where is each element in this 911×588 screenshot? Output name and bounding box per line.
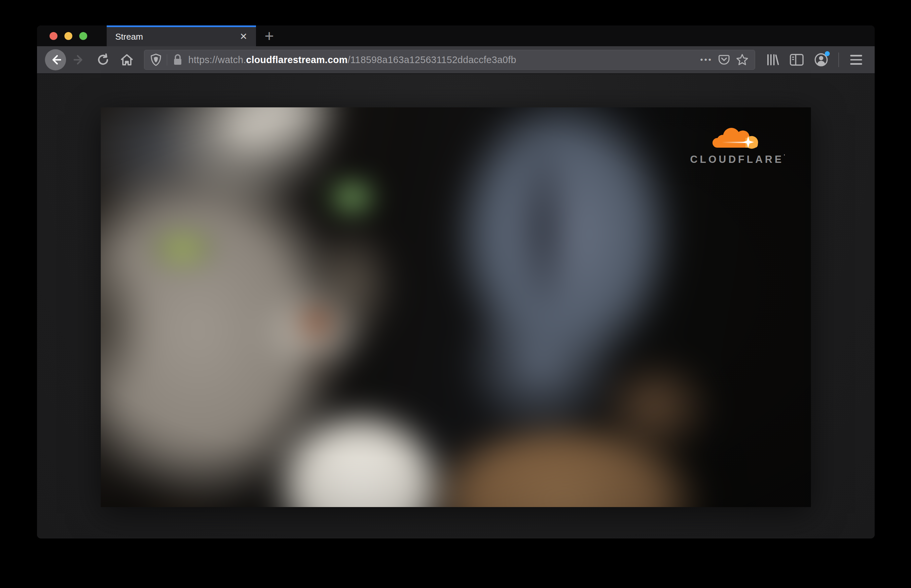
bookmark-star-icon[interactable] [736, 53, 749, 66]
account-button[interactable] [811, 49, 832, 70]
reload-button[interactable] [92, 49, 114, 70]
url-text: https://watch.cloudflarestream.com/11859… [188, 55, 695, 65]
tab-close-icon[interactable]: ✕ [240, 32, 247, 41]
forward-button[interactable] [69, 49, 90, 70]
home-button[interactable] [116, 49, 137, 70]
toolbar-right-buttons [762, 49, 867, 70]
url-bar[interactable]: https://watch.cloudflarestream.com/11859… [144, 50, 755, 70]
urlbar-divider [167, 54, 167, 65]
shield-icon [150, 53, 162, 66]
tab-stream[interactable]: Stream ✕ [107, 26, 256, 46]
video-vignette [101, 107, 811, 507]
forward-icon [73, 53, 86, 66]
url-scheme-host: https://watch. [188, 55, 246, 65]
reload-icon [97, 53, 110, 66]
toolbar-separator [838, 53, 839, 67]
tab-title: Stream [115, 32, 240, 42]
traffic-lights [37, 26, 107, 46]
video-player[interactable]: CLOUDFLARE' [101, 107, 811, 507]
menu-button[interactable] [846, 55, 867, 65]
menu-icon [850, 55, 862, 57]
browser-window: Stream ✕ + [37, 26, 875, 538]
home-icon [120, 53, 134, 67]
new-tab-button[interactable]: + [256, 26, 283, 46]
window-zoom-button[interactable] [79, 32, 87, 40]
navigation-toolbar: https://watch.cloudflarestream.com/11859… [37, 46, 875, 74]
lock-icon [173, 53, 183, 66]
window-close-button[interactable] [50, 32, 58, 40]
pocket-icon[interactable] [718, 53, 730, 66]
url-path: /118598a163a125631152ddaccfe3a0fb [347, 55, 516, 65]
library-icon [765, 53, 779, 67]
back-icon [49, 53, 62, 66]
window-minimize-button[interactable] [65, 32, 72, 40]
cloudflare-logo: CLOUDFLARE' [682, 124, 794, 165]
account-notification-badge [825, 51, 830, 56]
cloudflare-wordmark: CLOUDFLARE' [682, 153, 794, 165]
url-domain: cloudflarestream.com [246, 55, 347, 65]
library-button[interactable] [762, 49, 783, 70]
tab-bar: Stream ✕ + [37, 26, 875, 46]
sidebar-button[interactable] [786, 49, 807, 70]
back-button[interactable] [45, 49, 66, 70]
page-actions-icon[interactable]: ••• [700, 55, 712, 65]
sidebar-icon [790, 53, 804, 66]
page-content: CLOUDFLARE' [37, 74, 875, 538]
cloudflare-cloud-icon [711, 124, 764, 152]
